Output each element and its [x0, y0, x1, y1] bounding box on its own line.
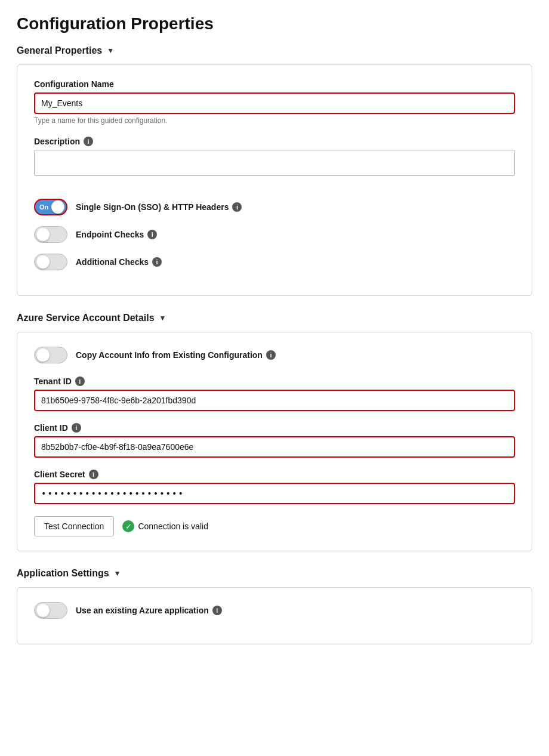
additional-checks-label: Additional Checks i [76, 257, 162, 267]
azure-section-header[interactable]: Azure Service Account Details ▼ [17, 313, 532, 323]
client-id-label: Client ID i [34, 423, 515, 433]
azure-section-chevron: ▼ [159, 314, 166, 322]
copy-account-toggle-row: Copy Account Info from Existing Configur… [34, 347, 515, 363]
client-secret-input[interactable] [34, 483, 515, 504]
sso-toggle-row: On Single Sign-On (SSO) & HTTP Headers i [34, 199, 515, 215]
use-existing-toggle[interactable] [34, 602, 67, 619]
tenant-id-input[interactable] [34, 390, 515, 411]
description-input[interactable] [34, 150, 515, 176]
config-name-label: Configuration Name [34, 79, 515, 89]
azure-service-card: Copy Account Info from Existing Configur… [17, 332, 532, 551]
copy-account-toggle[interactable] [34, 347, 67, 363]
config-name-block: Configuration Name Type a name for this … [34, 79, 515, 125]
connection-status: ✓ Connection is valid [122, 520, 208, 532]
client-secret-label: Client Secret i [34, 470, 515, 479]
endpoint-checks-toggle[interactable] [34, 226, 67, 243]
client-secret-info-icon: i [89, 470, 98, 479]
copy-account-info-icon: i [266, 350, 276, 360]
app-settings-section-header[interactable]: Application Settings ▼ [17, 568, 532, 579]
connection-status-text: Connection is valid [138, 522, 208, 531]
endpoint-checks-info-icon: i [147, 230, 157, 239]
use-existing-knob [36, 604, 50, 617]
client-id-input[interactable] [34, 436, 515, 458]
config-name-input[interactable] [34, 92, 515, 114]
app-settings-chevron: ▼ [114, 569, 121, 578]
use-existing-toggle-row: Use an existing Azure application i [34, 602, 515, 619]
test-connection-row: Test Connection ✓ Connection is valid [34, 516, 515, 536]
additional-checks-toggle-row: Additional Checks i [34, 254, 515, 270]
test-connection-button[interactable]: Test Connection [34, 516, 114, 536]
use-existing-label: Use an existing Azure application i [76, 606, 222, 615]
tenant-id-block: Tenant ID i [34, 377, 515, 411]
client-id-block: Client ID i [34, 423, 515, 458]
description-info-icon: i [84, 137, 93, 146]
additional-checks-knob [36, 255, 50, 269]
config-name-input-wrapper [34, 92, 515, 114]
tenant-id-info-icon: i [75, 377, 85, 386]
copy-account-knob [36, 348, 50, 362]
additional-checks-toggle[interactable] [34, 254, 67, 270]
client-id-info-icon: i [72, 423, 81, 433]
sso-label: Single Sign-On (SSO) & HTTP Headers i [76, 202, 242, 212]
config-name-hint: Type a name for this guided configuratio… [34, 116, 515, 125]
additional-checks-info-icon: i [152, 257, 162, 267]
client-secret-block: Client Secret i [34, 470, 515, 504]
use-existing-info-icon: i [212, 606, 222, 615]
endpoint-checks-label: Endpoint Checks i [76, 230, 157, 239]
endpoint-checks-toggle-row: Endpoint Checks i [34, 226, 515, 243]
endpoint-checks-knob [36, 228, 50, 241]
sso-toggle-text: On [39, 203, 48, 211]
general-properties-card: Configuration Name Type a name for this … [17, 64, 532, 296]
general-properties-section-header[interactable]: General Properties ▼ [17, 45, 532, 56]
sso-info-icon: i [232, 202, 242, 212]
general-properties-label: General Properties [17, 45, 102, 56]
sso-toggle-knob [51, 200, 64, 214]
copy-account-label: Copy Account Info from Existing Configur… [76, 350, 276, 360]
page-title: Configuration Properties [17, 14, 532, 33]
sso-toggle[interactable]: On [34, 199, 67, 215]
azure-section-label: Azure Service Account Details [17, 313, 155, 323]
description-block: Description i [34, 137, 515, 187]
application-settings-card: Use an existing Azure application i [17, 587, 532, 644]
general-properties-chevron: ▼ [107, 47, 114, 55]
connection-valid-icon: ✓ [122, 520, 134, 532]
tenant-id-label: Tenant ID i [34, 377, 515, 386]
description-label: Description i [34, 137, 515, 146]
app-settings-label: Application Settings [17, 568, 109, 579]
